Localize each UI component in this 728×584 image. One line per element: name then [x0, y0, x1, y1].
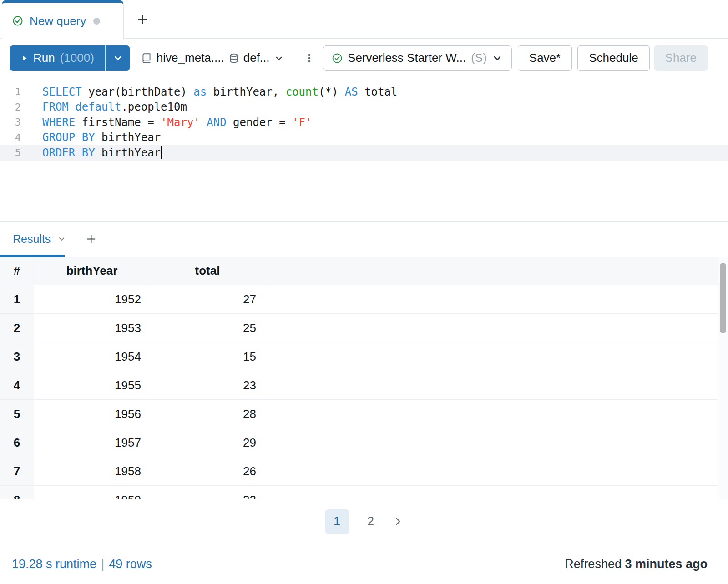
- table-row: 5195628: [0, 400, 718, 428]
- sql-editor[interactable]: 1SELECT year(birthDate) as birthYear, co…: [0, 77, 728, 222]
- cell-total: 27: [150, 285, 265, 313]
- scrollbar-thumb[interactable]: [720, 263, 726, 333]
- cell-filler: [265, 400, 718, 428]
- cell-birthYear: 1958: [34, 457, 150, 485]
- catalog-name: hive_meta....: [157, 51, 224, 65]
- kebab-vertical-icon: [304, 53, 315, 64]
- line-number: 2: [0, 101, 21, 113]
- schema-name: def...: [243, 51, 270, 65]
- check-circle-icon: [12, 15, 23, 26]
- code-lines: 1SELECT year(birthDate) as birthYear, co…: [0, 84, 728, 161]
- code-text: WHERE firstName = 'Mary' AND gender = 'F…: [42, 116, 312, 129]
- table-row: 4195523: [0, 371, 718, 400]
- cell-birthYear: 1954: [34, 342, 150, 371]
- check-circle-icon: [332, 53, 343, 64]
- run-options-button[interactable]: [105, 45, 130, 71]
- cell-birthYear: 1952: [34, 285, 150, 313]
- results-table: # birthYear total 1195227219532531954154…: [0, 257, 718, 499]
- cell-total: 23: [150, 371, 265, 399]
- table-row: 2195325: [0, 314, 718, 342]
- chevron-down-icon: [113, 53, 123, 63]
- overflow-menu-button[interactable]: [304, 53, 315, 64]
- next-page-button[interactable]: [392, 516, 404, 527]
- cell-total: 29: [150, 428, 265, 457]
- tab-title: New query: [30, 14, 86, 28]
- code-text: FROM default.people10m: [42, 101, 187, 113]
- share-button[interactable]: Share: [654, 45, 708, 71]
- page-button-2[interactable]: 2: [366, 514, 376, 529]
- share-label: Share: [665, 51, 697, 65]
- unsaved-dot-icon: [93, 18, 100, 25]
- cell-birthYear: 1955: [34, 371, 150, 399]
- cell-filler: [265, 428, 718, 457]
- page-button-1[interactable]: 1: [325, 509, 349, 534]
- table-rows: 1195227219532531954154195523519562861957…: [0, 285, 718, 499]
- results-dropdown-button[interactable]: [57, 235, 66, 243]
- cell-birthYear: 1953: [34, 314, 150, 342]
- tab-new-query[interactable]: New query: [2, 0, 124, 39]
- code-line[interactable]: 3WHERE firstName = 'Mary' AND gender = '…: [0, 115, 728, 130]
- cell-total: 15: [150, 342, 265, 371]
- schedule-button[interactable]: Schedule: [577, 45, 649, 71]
- row-index: 3: [0, 342, 34, 371]
- book-icon: [141, 52, 152, 64]
- new-tab-button[interactable]: [135, 12, 150, 27]
- column-header-index[interactable]: #: [0, 257, 34, 285]
- add-visualization-button[interactable]: [85, 233, 97, 245]
- runtime-text: 19.28 s runtime: [12, 557, 96, 571]
- table-row: 3195415: [0, 342, 718, 371]
- line-number: 4: [0, 132, 21, 143]
- cell-birthYear: 1959: [34, 486, 150, 499]
- code-line[interactable]: 4GROUP BY birthYear: [0, 130, 728, 146]
- query-tab-bar: New query: [0, 0, 728, 39]
- code-line[interactable]: 2FROM default.people10m: [0, 100, 728, 115]
- table-row: 7195826: [0, 457, 718, 486]
- results-tab-bar: Results: [0, 222, 728, 257]
- save-button[interactable]: Save*: [518, 45, 572, 71]
- row-index: 1: [0, 285, 34, 313]
- row-index: 2: [0, 314, 34, 342]
- play-icon: [21, 55, 28, 62]
- cell-birthYear: 1957: [34, 428, 150, 457]
- code-line[interactable]: 5ORDER BY birthYear: [0, 145, 728, 161]
- row-index: 7: [0, 457, 34, 485]
- pagination: 12: [0, 499, 728, 544]
- plus-icon: [85, 233, 97, 245]
- row-count: 49 rows: [109, 557, 152, 571]
- cell-total: 22: [150, 486, 265, 499]
- table-row: 1195227: [0, 285, 718, 314]
- cell-total: 26: [150, 457, 265, 485]
- table-row: 8195922: [0, 486, 718, 499]
- chevron-down-icon: [274, 53, 284, 63]
- cell-total: 25: [150, 314, 265, 342]
- column-header-birthYear[interactable]: birthYear: [34, 257, 150, 285]
- code-line[interactable]: 1SELECT year(birthDate) as birthYear, co…: [0, 84, 728, 100]
- cell-filler: [265, 342, 718, 371]
- plus-icon: [136, 13, 149, 26]
- separator: |: [101, 557, 104, 571]
- runtime-summary[interactable]: 19.28 s runtime|49 rows: [12, 557, 152, 571]
- refreshed-prefix: Refreshed: [565, 557, 622, 571]
- table-header-row: # birthYear total: [0, 257, 718, 285]
- cell-filler: [265, 285, 718, 313]
- run-limit: (1000): [60, 51, 94, 65]
- run-button[interactable]: Run (1000): [10, 45, 105, 71]
- cell-filler: [265, 314, 718, 342]
- cell-filler: [265, 486, 718, 499]
- refreshed-status: Refreshed 3 minutes ago: [565, 557, 708, 571]
- save-label: Save*: [529, 51, 561, 65]
- database-icon: [228, 53, 239, 64]
- tab-results[interactable]: Results: [13, 232, 51, 246]
- vertical-scrollbar[interactable]: [718, 257, 728, 499]
- refreshed-time: 3 minutes ago: [625, 557, 708, 571]
- column-header-total[interactable]: total: [150, 257, 265, 285]
- row-index: 8: [0, 486, 34, 499]
- warehouse-size: (S): [471, 51, 487, 65]
- warehouse-selector[interactable]: Serverless Starter W... (S): [323, 45, 512, 71]
- catalog-schema-selector[interactable]: hive_meta.... def...: [141, 51, 284, 65]
- status-footer: 19.28 s runtime|49 rows Refreshed 3 minu…: [0, 544, 728, 584]
- cell-birthYear: 1956: [34, 400, 150, 428]
- line-number: 5: [0, 147, 21, 158]
- cell-filler: [265, 457, 718, 485]
- row-index: 5: [0, 400, 34, 428]
